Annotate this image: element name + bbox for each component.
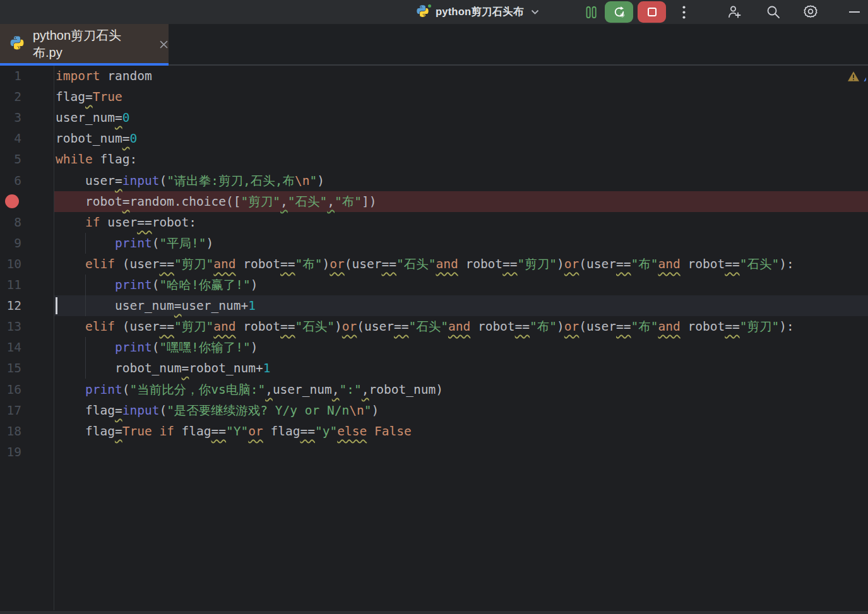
close-icon xyxy=(159,40,169,49)
running-indicator-dot xyxy=(427,3,432,9)
gutter-line-number[interactable]: 9 xyxy=(0,233,21,254)
code-line-15[interactable]: robot_num=robot_num+1 xyxy=(56,358,868,379)
code-line-4[interactable]: robot_num=0 xyxy=(56,128,868,149)
gutter-line-number[interactable]: 8 xyxy=(0,212,21,233)
gutter-line-number[interactable]: 16 xyxy=(0,379,21,400)
code-line-3[interactable]: user_num=0 xyxy=(56,107,868,128)
code-line-14[interactable]: print("嘿嘿!你输了!") xyxy=(56,337,868,358)
code-line-6[interactable]: user=input("请出拳:剪刀,石头,布\n") xyxy=(56,170,868,191)
status-bar-edge xyxy=(0,610,868,614)
gutter-line-number[interactable]: 1 xyxy=(0,66,21,86)
text-caret xyxy=(56,297,57,314)
editor-tab-bar: python剪刀石头布.py xyxy=(0,24,868,66)
stop-button[interactable] xyxy=(638,1,666,23)
gutter-line-number[interactable]: 15 xyxy=(0,358,21,379)
gutter-line-number[interactable]: 2 xyxy=(0,86,21,107)
kebab-menu-icon xyxy=(682,6,686,19)
code-line-8[interactable]: if user==robot: xyxy=(56,212,868,233)
gutter-line-number[interactable]: 13 xyxy=(0,316,21,337)
code-line-19[interactable] xyxy=(56,442,868,463)
gutter-line-number[interactable]: 5 xyxy=(0,149,21,170)
search-icon xyxy=(766,4,781,20)
code-line-12[interactable]: user_num=user_num+1 xyxy=(56,295,868,316)
gutter-line-number[interactable]: 6 xyxy=(0,170,21,191)
breakpoint-dot[interactable] xyxy=(5,194,19,208)
code-line-7[interactable]: robot=random.choice(["剪刀","石头","布"]) xyxy=(56,191,868,212)
run-config-name: python剪刀石头布 xyxy=(436,5,524,19)
minimize-icon xyxy=(849,11,860,13)
titlebar: python剪刀石头布 xyxy=(0,0,868,24)
tab-python-file[interactable]: python剪刀石头布.py xyxy=(0,24,169,64)
code-line-16[interactable]: print("当前比分，你vs电脑:",user_num,":",robot_n… xyxy=(56,379,868,400)
gutter-line-number[interactable]: 14 xyxy=(0,337,21,358)
stop-icon xyxy=(646,6,658,18)
code-with-me-button[interactable] xyxy=(723,0,745,24)
gutter-line-number[interactable]: 18 xyxy=(0,421,21,442)
indent-guide xyxy=(85,337,86,358)
python-file-icon xyxy=(9,36,25,52)
indent-guide xyxy=(85,295,86,316)
minimize-button[interactable] xyxy=(845,0,864,24)
pycharm-window: python剪刀石头布 xyxy=(0,0,868,614)
indent-guide xyxy=(85,233,86,254)
rerun-icon xyxy=(612,5,626,19)
gutter-line-number[interactable]: 4 xyxy=(0,128,21,149)
code-line-1[interactable]: import random xyxy=(56,66,868,86)
code-line-5[interactable]: while flag: xyxy=(56,149,868,170)
indent-guide xyxy=(85,358,86,379)
tab-label: python剪刀石头布.py xyxy=(33,27,149,61)
gutter-line-number[interactable]: 10 xyxy=(0,254,21,275)
add-user-icon xyxy=(727,4,742,20)
settings-button[interactable] xyxy=(799,0,822,24)
code-line-18[interactable]: flag=True if flag=="Y"or flag=="y"else F… xyxy=(56,421,868,442)
run-configuration-widget[interactable]: python剪刀石头布 xyxy=(415,0,539,24)
gutter-line-number[interactable]: 11 xyxy=(0,275,21,295)
indent-guide xyxy=(85,275,86,295)
gutter-separator xyxy=(54,66,54,610)
code-line-11[interactable]: print("哈哈!你赢了!") xyxy=(56,275,868,295)
more-actions-button[interactable] xyxy=(675,0,692,24)
code-line-13[interactable]: elif (user=="剪刀"and robot=="石头")or(user=… xyxy=(56,316,868,337)
code-line-9[interactable]: print("平局!") xyxy=(56,233,868,254)
settings-gear-icon xyxy=(802,4,819,20)
gutter-line-number[interactable]: 19 xyxy=(0,442,21,463)
search-everywhere-button[interactable] xyxy=(763,0,784,24)
editor[interactable]: 1import random2flag=True3user_num=04robo… xyxy=(0,66,868,610)
pause-button[interactable] xyxy=(581,0,601,24)
rerun-button[interactable] xyxy=(605,1,633,23)
gutter-line-number[interactable]: 12 xyxy=(0,295,21,316)
code-line-10[interactable]: elif (user=="剪刀"and robot=="布")or(user==… xyxy=(56,254,868,275)
code-line-2[interactable]: flag=True xyxy=(56,86,868,107)
gutter-line-number[interactable]: 17 xyxy=(0,400,21,421)
chevron-down-icon xyxy=(531,9,539,15)
tab-close-button[interactable] xyxy=(159,40,169,49)
python-logo-icon xyxy=(415,5,430,20)
code-line-17[interactable]: flag=input("是否要继续游戏? Y/y or N/n\n") xyxy=(56,400,868,421)
gutter-line-number[interactable]: 3 xyxy=(0,107,21,128)
